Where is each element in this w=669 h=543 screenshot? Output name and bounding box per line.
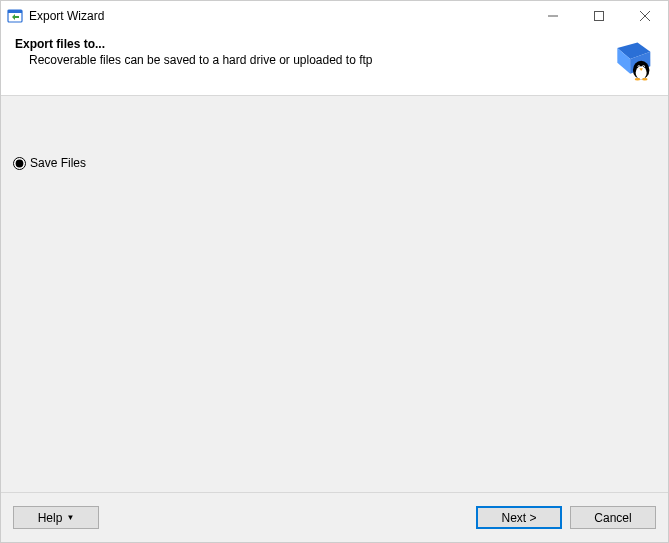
app-icon	[7, 8, 23, 24]
close-button[interactable]	[622, 1, 668, 31]
maximize-button[interactable]	[576, 1, 622, 31]
header-subtitle: Recoverable files can be saved to a hard…	[29, 53, 600, 67]
minimize-icon	[548, 11, 558, 21]
svg-point-13	[638, 66, 639, 67]
window-title: Export Wizard	[29, 9, 104, 23]
svg-point-14	[643, 66, 644, 67]
wizard-content: Save Files	[1, 96, 668, 492]
wizard-header: Export files to... Recoverable files can…	[1, 31, 668, 96]
next-button-label: Next >	[501, 511, 536, 525]
folder-penguin-icon	[610, 37, 654, 81]
svg-rect-3	[595, 12, 604, 21]
window-controls	[530, 1, 668, 31]
minimize-button[interactable]	[530, 1, 576, 31]
svg-point-17	[642, 78, 648, 81]
next-button[interactable]: Next >	[476, 506, 562, 529]
save-files-radio-input[interactable]	[13, 157, 26, 170]
close-icon	[640, 11, 650, 21]
svg-point-16	[635, 78, 641, 81]
chevron-down-icon: ▼	[66, 514, 74, 522]
save-files-radio[interactable]: Save Files	[13, 156, 656, 170]
maximize-icon	[594, 11, 604, 21]
header-title: Export files to...	[15, 37, 600, 51]
cancel-button-label: Cancel	[594, 511, 631, 525]
wizard-footer: Help ▼ Next > Cancel	[1, 492, 668, 542]
titlebar: Export Wizard	[1, 1, 668, 31]
help-button-label: Help	[38, 511, 63, 525]
help-button[interactable]: Help ▼	[13, 506, 99, 529]
save-files-label: Save Files	[30, 156, 86, 170]
cancel-button[interactable]: Cancel	[570, 506, 656, 529]
svg-rect-1	[8, 10, 22, 13]
